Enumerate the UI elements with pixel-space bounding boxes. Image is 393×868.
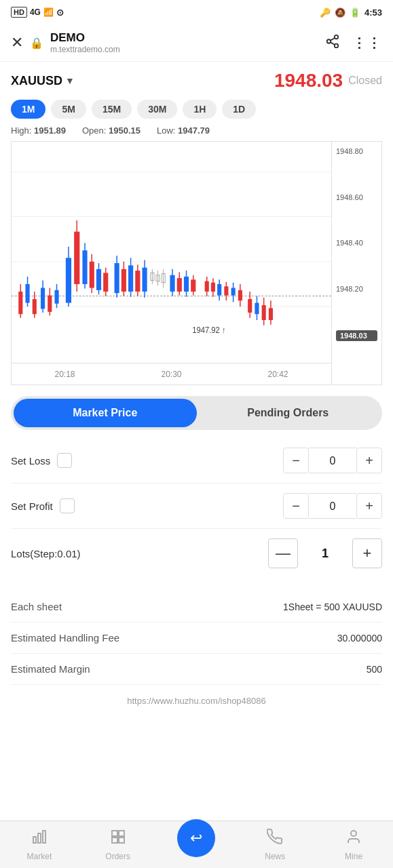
set-profit-checkbox[interactable] bbox=[60, 498, 75, 513]
news-icon bbox=[267, 829, 283, 849]
lock-icon: 🔒 bbox=[30, 37, 43, 50]
market-icon bbox=[31, 829, 48, 849]
header-title-block: DEMO m.texttrademo.com bbox=[50, 31, 318, 54]
svg-point-0 bbox=[335, 35, 339, 39]
set-profit-increment[interactable]: + bbox=[356, 493, 382, 519]
lots-increment[interactable]: + bbox=[352, 538, 382, 568]
set-loss-decrement[interactable]: − bbox=[283, 448, 309, 473]
set-profit-value: 0 bbox=[309, 493, 356, 519]
mine-icon bbox=[345, 829, 362, 849]
svg-line-4 bbox=[331, 37, 335, 40]
symbol-row: XAUUSD ▼ 1948.03 Closed bbox=[0, 62, 393, 97]
svg-rect-83 bbox=[112, 837, 117, 843]
orders-icon bbox=[110, 829, 126, 849]
symbol-name[interactable]: XAUUSD ▼ bbox=[11, 74, 75, 88]
nav-back[interactable]: ↩ bbox=[157, 829, 236, 861]
each-sheet-label: Each sheet bbox=[11, 601, 62, 612]
timeframe-15m[interactable]: 15M bbox=[92, 100, 132, 119]
chart-time-labels: 20:18 20:30 20:42 bbox=[12, 363, 331, 384]
nav-market-label: Market bbox=[27, 852, 52, 861]
svg-line-3 bbox=[331, 42, 335, 45]
symbol-price-row: 1948.03 Closed bbox=[274, 70, 382, 92]
chart-price-axis: 1948.80 1948.60 1948.40 1948.20 1948.03 bbox=[331, 142, 381, 384]
symbol-dropdown-icon[interactable]: ▼ bbox=[65, 75, 75, 86]
set-profit-row: Set Profit − 0 + bbox=[11, 484, 382, 529]
share-icon[interactable] bbox=[325, 34, 340, 52]
bell-muted-icon: 🔕 bbox=[335, 7, 345, 18]
lots-row: Lots(Step:0.01) — 1 + bbox=[11, 529, 382, 578]
set-profit-counter: − 0 + bbox=[283, 493, 382, 519]
extra-icon: ⊙ bbox=[56, 7, 64, 18]
header-url: m.texttrademo.com bbox=[50, 45, 318, 54]
timeframe-1d[interactable]: 1D bbox=[222, 100, 256, 119]
candlestick-chart: 1947.92 ↑ bbox=[12, 142, 331, 363]
svg-rect-79 bbox=[38, 833, 41, 843]
header-actions: ⋮⋮ bbox=[325, 34, 382, 52]
nav-orders[interactable]: Orders bbox=[79, 825, 157, 865]
set-profit-decrement[interactable]: − bbox=[283, 493, 309, 519]
lots-label: Lots(Step:0.01) bbox=[11, 548, 81, 559]
svg-rect-80 bbox=[43, 831, 45, 843]
timeframe-1h[interactable]: 1H bbox=[183, 100, 217, 119]
svg-text:1947.92 ↑: 1947.92 ↑ bbox=[192, 325, 225, 334]
svg-point-1 bbox=[327, 39, 331, 43]
nav-news[interactable]: News bbox=[236, 825, 314, 865]
symbol-status: Closed bbox=[348, 75, 382, 87]
info-section: Each sheet 1Sheet = 500 XAUUSD Estimated… bbox=[0, 586, 393, 690]
status-left: HD 4G 📶 ⊙ bbox=[11, 7, 64, 18]
svg-rect-82 bbox=[119, 831, 124, 836]
status-bar: HD 4G 📶 ⊙ 🔑 🔕 🔋 4:53 bbox=[0, 0, 393, 24]
watermark: https://www.huzhu.com/ishop48086 bbox=[0, 690, 393, 709]
timeframe-1m[interactable]: 1M bbox=[11, 100, 45, 119]
symbol-price: 1948.03 bbox=[274, 70, 343, 92]
set-loss-increment[interactable]: + bbox=[356, 448, 382, 473]
hd-icon: HD bbox=[11, 7, 27, 18]
signal-bars: 📶 bbox=[43, 7, 54, 17]
timeframe-row: 1M 5M 15M 30M 1H 1D bbox=[0, 97, 393, 124]
status-right: 🔑 🔕 🔋 4:53 bbox=[320, 7, 382, 18]
set-loss-counter: − 0 + bbox=[283, 448, 382, 473]
form-section: Set Loss − 0 + Set Profit − 0 + Lots(Ste… bbox=[0, 430, 393, 586]
chart-container[interactable]: 1948.80 1948.60 1948.40 1948.20 1948.03 bbox=[11, 141, 382, 385]
nav-mine[interactable]: Mine bbox=[314, 825, 393, 865]
timeframe-30m[interactable]: 30M bbox=[137, 100, 177, 119]
close-icon[interactable]: ✕ bbox=[11, 34, 23, 52]
each-sheet-row: Each sheet 1Sheet = 500 XAUUSD bbox=[11, 591, 382, 623]
ohlc-row: High: 1951.89 Open: 1950.15 Low: 1947.79 bbox=[0, 124, 393, 141]
nav-back-circle[interactable]: ↩ bbox=[177, 819, 215, 857]
signal-4g: 4G bbox=[30, 7, 41, 17]
bottom-nav: Market Orders ↩ News Mine bbox=[0, 821, 393, 868]
set-loss-checkbox[interactable] bbox=[57, 453, 72, 468]
pending-orders-button[interactable]: Pending Orders bbox=[197, 399, 380, 427]
nav-news-label: News bbox=[265, 852, 285, 861]
timeframe-5m[interactable]: 5M bbox=[51, 100, 86, 119]
svg-point-85 bbox=[351, 831, 356, 836]
low-label: Low: 1947.79 bbox=[157, 125, 210, 136]
header-title: DEMO bbox=[50, 31, 318, 45]
market-price-button[interactable]: Market Price bbox=[14, 399, 197, 427]
svg-rect-81 bbox=[112, 831, 117, 836]
more-icon[interactable]: ⋮⋮ bbox=[352, 35, 382, 51]
set-profit-label: Set Profit bbox=[11, 498, 75, 513]
lots-value: 1 bbox=[298, 538, 352, 568]
lots-counter: — 1 + bbox=[268, 538, 382, 568]
svg-rect-78 bbox=[33, 837, 36, 843]
battery-icon: 🔋 bbox=[350, 7, 360, 18]
svg-rect-84 bbox=[119, 837, 124, 843]
handling-fee-row: Estimated Handling Fee 30.000000 bbox=[11, 623, 382, 654]
set-loss-label: Set Loss bbox=[11, 453, 72, 468]
svg-point-2 bbox=[335, 43, 339, 47]
margin-value: 500 bbox=[367, 664, 382, 675]
nav-orders-label: Orders bbox=[105, 852, 130, 861]
time-display: 4:53 bbox=[364, 7, 382, 18]
margin-label: Estimated Margin bbox=[11, 663, 90, 675]
lots-decrement[interactable]: — bbox=[268, 538, 298, 568]
handling-fee-label: Estimated Handling Fee bbox=[11, 632, 119, 644]
nav-mine-label: Mine bbox=[345, 852, 362, 861]
header: ✕ 🔒 DEMO m.texttrademo.com ⋮⋮ bbox=[0, 24, 393, 62]
nav-market[interactable]: Market bbox=[0, 825, 79, 865]
handling-fee-value: 30.000000 bbox=[337, 633, 382, 644]
margin-row: Estimated Margin 500 bbox=[11, 654, 382, 685]
back-icon: ↩ bbox=[190, 829, 202, 847]
set-loss-row: Set Loss − 0 + bbox=[11, 438, 382, 484]
